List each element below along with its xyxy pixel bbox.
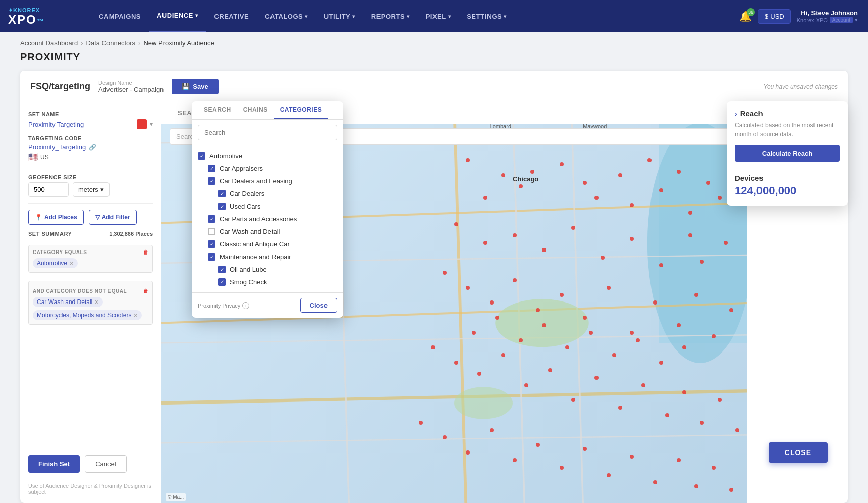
- user-menu[interactable]: Hi, Steve Johnson Knorex XPO Account ▾: [797, 9, 858, 23]
- notifications-button[interactable]: 🔔 36: [739, 10, 752, 22]
- reach-popup-description: Calculated based on the most recent mont…: [735, 121, 840, 139]
- map-location-dot: [542, 248, 546, 252]
- nav-pixel[interactable]: PIXEL ▾: [418, 0, 459, 32]
- map-location-dot: [724, 241, 728, 245]
- map-location-dot: [682, 390, 686, 394]
- map-location-dot: [495, 316, 499, 320]
- map-location-dot: [618, 406, 622, 410]
- page-title: PROXIMITY: [20, 51, 848, 63]
- breadcrumb-sep1: ›: [81, 39, 83, 47]
- map-location-dot: [571, 226, 575, 230]
- map-location-dot: [601, 256, 605, 260]
- info-icon: i: [242, 302, 249, 309]
- modal-search-input[interactable]: [198, 125, 337, 140]
- automotive-filter-tag: Automotive ✕: [33, 258, 78, 268]
- targeting-code-value[interactable]: Proximity_Targeting: [28, 143, 86, 151]
- modal-item-oil-lube: Oil and Lube: [198, 263, 337, 276]
- nav-campaigns[interactable]: CAMPAIGNS: [91, 0, 149, 32]
- card-body: Set Name Proximity Targeting ▾ Targeting…: [20, 103, 848, 503]
- map-location-dot: [700, 421, 704, 425]
- map-location-dot: [560, 466, 564, 470]
- car-dealers-leasing-checkbox[interactable]: [208, 177, 215, 185]
- geofence-unit-dropdown[interactable]: meters ▾: [73, 182, 110, 197]
- nav-audience[interactable]: AUDIENCE ▾: [149, 0, 206, 32]
- geofence-input[interactable]: [28, 182, 69, 197]
- main-card: FSQ/targeting Design Name Advertiser - C…: [20, 71, 848, 503]
- modal-tab-search[interactable]: SEARCH: [198, 101, 237, 119]
- nav-utility[interactable]: UTILITY ▾: [316, 0, 363, 32]
- nav-reports[interactable]: REPORTS ▾: [363, 0, 418, 32]
- oil-lube-checkbox[interactable]: [218, 266, 226, 273]
- car-parts-checkbox[interactable]: [208, 215, 215, 223]
- design-name-value: Advertiser - Campaign: [98, 86, 164, 93]
- link-icon: 🔗: [89, 144, 96, 151]
- design-name-label: Design Name: [98, 80, 164, 86]
- map-location-dot: [612, 353, 616, 357]
- used-cars-checkbox[interactable]: [218, 203, 226, 210]
- maintenance-repair-checkbox[interactable]: [208, 253, 215, 261]
- car-dealers-checkbox[interactable]: [218, 190, 226, 197]
- region-label: US: [40, 154, 49, 161]
- modal-item-smog-check: Smog Check: [198, 276, 337, 288]
- set-summary-title: SET SUMMARY: [28, 231, 72, 237]
- map-location-dot: [560, 162, 564, 166]
- classic-car-checkbox[interactable]: [208, 240, 215, 248]
- nav-catalogs[interactable]: CATALOGS ▾: [257, 0, 316, 32]
- automotive-checkbox[interactable]: [198, 152, 205, 160]
- nav-settings[interactable]: SETTINGS ▾: [459, 0, 515, 32]
- modal-tab-categories[interactable]: CATEGORIES: [274, 101, 328, 119]
- nav-creative[interactable]: CREATIVE: [206, 0, 257, 32]
- remove-motorcycles-icon[interactable]: ✕: [133, 312, 138, 319]
- map-location-dot: [718, 398, 722, 402]
- map-location-dot: [519, 338, 523, 342]
- map-location-dot: [560, 293, 564, 297]
- modal-close-button[interactable]: Close: [300, 298, 337, 313]
- logo-area[interactable]: ✦KNOREX XPO™: [0, 0, 91, 32]
- set-name-field: Set Name Proximity Targeting ▾: [28, 111, 153, 129]
- breadcrumb-data-connectors[interactable]: Data Connectors: [86, 39, 136, 47]
- close-bottom-button[interactable]: CLOSE: [769, 442, 828, 463]
- add-filter-button[interactable]: ▽ Add Filter: [89, 210, 137, 225]
- map-location-dot: [583, 447, 587, 451]
- remove-car-wash-icon[interactable]: ✕: [94, 299, 99, 306]
- delete-exclude-icon[interactable]: 🗑: [143, 288, 149, 294]
- geofence-label: Geofence size: [28, 174, 153, 180]
- map-location-dot: [700, 260, 704, 264]
- car-appraisers-checkbox[interactable]: [208, 165, 215, 172]
- set-name-value[interactable]: Proximity Targeting: [28, 121, 84, 128]
- map-location-dot: [513, 458, 517, 462]
- breadcrumb: Account Dashboard › Data Connectors › Ne…: [20, 32, 848, 51]
- breadcrumb-current: New Proximity Audience: [143, 39, 214, 47]
- design-name-area: Design Name Advertiser - Campaign: [98, 80, 164, 93]
- smog-check-checkbox[interactable]: [218, 278, 226, 286]
- finish-set-button[interactable]: Finish Set: [28, 455, 80, 473]
- map-location-dot: [542, 323, 546, 327]
- geofence-field: Geofence size meters ▾: [28, 174, 153, 197]
- breadcrumb-account[interactable]: Account Dashboard: [20, 39, 78, 47]
- currency-button[interactable]: $ USD: [758, 9, 791, 24]
- modal-item-automotive: Automotive: [198, 149, 337, 162]
- car-wash-checkbox[interactable]: [208, 228, 215, 235]
- map-location-dot: [431, 345, 435, 349]
- calculate-reach-button[interactable]: Calculate Reach: [735, 145, 840, 162]
- targeting-code-label: Targeting Code: [28, 135, 153, 141]
- map-location-dot: [583, 316, 587, 320]
- set-summary-header: SET SUMMARY 1,302,866 Places: [28, 231, 153, 237]
- save-button[interactable]: 💾 Save: [172, 79, 218, 94]
- cancel-button[interactable]: Cancel: [85, 455, 126, 473]
- map-location-dot: [513, 233, 517, 237]
- remove-automotive-icon[interactable]: ✕: [69, 260, 74, 267]
- modal-tab-chains[interactable]: CHAINS: [237, 101, 274, 119]
- action-buttons: 📍 Add Places ▽ Add Filter: [28, 210, 153, 225]
- map-location-dot: [630, 203, 634, 207]
- delete-category-equals-icon[interactable]: 🗑: [143, 249, 149, 255]
- map-location-dot: [443, 435, 447, 439]
- add-places-button[interactable]: 📍 Add Places: [28, 210, 84, 225]
- divider-2: [28, 203, 153, 204]
- modal-item-car-appraisers: Car Appraisers: [198, 162, 337, 175]
- map-location-dot: [472, 331, 476, 335]
- map-location-dot: [483, 196, 487, 200]
- divider-1: [28, 168, 153, 168]
- modal-item-used-cars: Used Cars: [198, 200, 337, 213]
- set-name-chevron-icon[interactable]: ▾: [150, 121, 153, 128]
